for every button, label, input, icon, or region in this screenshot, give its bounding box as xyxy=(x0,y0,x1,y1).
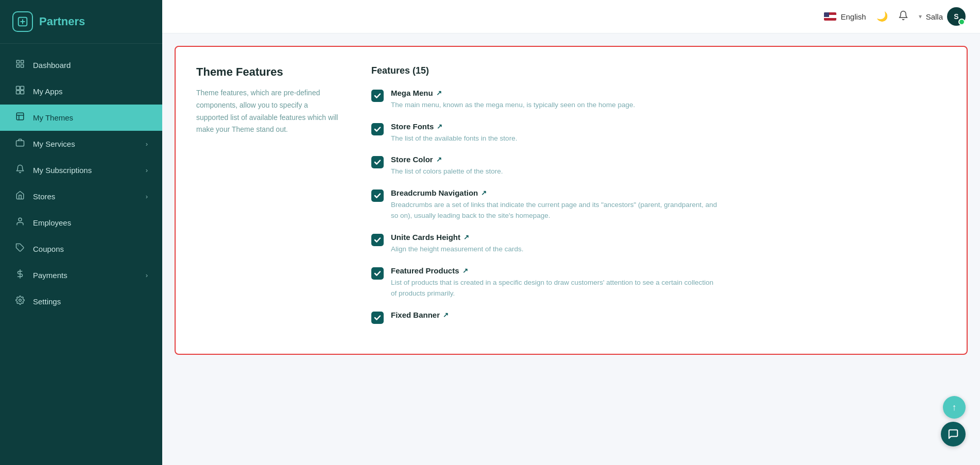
chevron-icon: › xyxy=(146,140,148,148)
section-title: Theme Features xyxy=(196,65,340,79)
feature-item-breadcrumb: Breadcrumb Navigation ↗ Breadcrumbs are … xyxy=(371,188,946,221)
feature-checkbox[interactable] xyxy=(371,156,384,168)
sidebar-item-payments[interactable]: Payments › xyxy=(0,262,162,288)
sidebar-item-label: Payments xyxy=(33,271,67,280)
feature-checkbox[interactable] xyxy=(371,190,384,202)
avatar: S xyxy=(947,7,966,26)
sidebar-item-label: Settings xyxy=(33,297,61,306)
sidebar-item-label: Employees xyxy=(33,218,71,227)
external-link-icon[interactable]: ↗ xyxy=(463,233,469,241)
feature-text: Mega Menu ↗ The main menu, known as the … xyxy=(391,89,635,111)
svg-rect-3 xyxy=(21,65,24,67)
feature-description: Breadcrumbs are a set of links that indi… xyxy=(391,199,720,221)
logo-icon xyxy=(12,11,33,32)
scroll-to-top-button[interactable]: ↑ xyxy=(943,396,966,419)
chat-button[interactable] xyxy=(941,422,966,446)
svg-rect-8 xyxy=(21,91,24,94)
feature-description: The main menu, known as the mega menu, i… xyxy=(391,99,635,111)
feature-text: Breadcrumb Navigation ↗ Breadcrumbs are … xyxy=(391,188,720,221)
svg-rect-10 xyxy=(16,141,24,146)
stores-icon xyxy=(14,191,26,202)
feature-description: Align the height measurement of the card… xyxy=(391,244,523,255)
language-label: English xyxy=(840,12,866,21)
sidebar-item-label: My Apps xyxy=(33,87,63,96)
sidebar-item-my-themes[interactable]: My Themes xyxy=(0,105,162,131)
feature-checkbox[interactable] xyxy=(371,234,384,246)
feature-name: Store Color ↗ xyxy=(391,155,503,164)
svg-rect-5 xyxy=(16,87,20,90)
user-name: Salla xyxy=(926,12,943,21)
external-link-icon[interactable]: ↗ xyxy=(437,123,442,130)
payments-icon xyxy=(14,269,26,281)
section-description: Theme features, which are pre-defined co… xyxy=(196,87,340,136)
sidebar-item-dashboard[interactable]: Dashboard xyxy=(0,52,162,78)
feature-checkbox[interactable] xyxy=(371,267,384,280)
content-area: Theme Features Theme features, which are… xyxy=(162,33,980,465)
feature-item-store-fonts: Store Fonts ↗ The list of the available … xyxy=(371,122,946,144)
user-menu[interactable]: ▾ Salla S xyxy=(919,7,966,26)
my-apps-icon xyxy=(14,85,26,97)
feature-name: Store Fonts ↗ xyxy=(391,122,517,131)
settings-icon xyxy=(14,296,26,307)
svg-rect-2 xyxy=(21,60,24,63)
sidebar-item-my-apps[interactable]: My Apps xyxy=(0,78,162,105)
app-name: Partners xyxy=(39,15,85,28)
feature-name: Fixed Banner ↗ xyxy=(391,311,449,319)
feature-text: Store Color ↗ The list of colors palette… xyxy=(391,155,503,177)
feature-name: Featured Products ↗ xyxy=(391,266,720,275)
feature-checkbox[interactable] xyxy=(371,312,384,324)
external-link-icon[interactable]: ↗ xyxy=(443,311,449,319)
sidebar-item-label: My Themes xyxy=(33,113,73,122)
sidebar-item-label: Coupons xyxy=(33,245,64,253)
sidebar-item-settings[interactable]: Settings xyxy=(0,288,162,315)
feature-checkbox[interactable] xyxy=(371,123,384,135)
my-services-icon xyxy=(14,138,26,150)
sidebar-logo: Partners xyxy=(0,0,162,44)
features-count-title: Features (15) xyxy=(371,65,946,76)
sidebar-item-label: Dashboard xyxy=(33,61,71,70)
external-link-icon[interactable]: ↗ xyxy=(436,89,442,97)
external-link-icon[interactable]: ↗ xyxy=(481,189,487,197)
sidebar-nav: Dashboard My Apps My Themes My Services … xyxy=(0,44,162,465)
svg-point-14 xyxy=(19,299,22,302)
sidebar-item-employees[interactable]: Employees xyxy=(0,210,162,236)
external-link-icon[interactable]: ↗ xyxy=(436,156,442,163)
svg-rect-1 xyxy=(16,60,19,63)
chevron-icon: › xyxy=(146,193,148,200)
main-area: English 🌙 ▾ Salla S Theme Features Theme… xyxy=(162,0,980,465)
notification-icon[interactable] xyxy=(898,10,908,23)
right-panel: Features (15) Mega Menu ↗ The main menu,… xyxy=(371,65,946,335)
feature-description: List of products that is created in a sp… xyxy=(391,277,720,299)
svg-rect-7 xyxy=(16,91,20,94)
svg-rect-9 xyxy=(16,113,24,120)
dashboard-icon xyxy=(14,59,26,71)
feature-text: Unite Cards Height ↗ Align the height me… xyxy=(391,233,523,255)
header: English 🌙 ▾ Salla S xyxy=(162,0,980,33)
sidebar-item-label: My Services xyxy=(33,140,75,148)
flag-icon xyxy=(824,12,836,21)
sidebar-item-stores[interactable]: Stores › xyxy=(0,183,162,210)
svg-rect-6 xyxy=(21,87,24,90)
feature-name: Unite Cards Height ↗ xyxy=(391,233,523,242)
feature-description: The list of colors palette of the store. xyxy=(391,166,503,177)
sidebar-item-coupons[interactable]: Coupons xyxy=(0,236,162,262)
feature-item-fixed-banner: Fixed Banner ↗ xyxy=(371,311,946,324)
theme-features-card: Theme Features Theme features, which are… xyxy=(175,46,968,355)
chevron-icon: › xyxy=(146,166,148,174)
svg-rect-4 xyxy=(16,65,19,67)
language-selector[interactable]: English xyxy=(824,12,866,21)
chevron-icon: › xyxy=(146,271,148,279)
feature-checkbox[interactable] xyxy=(371,90,384,102)
sidebar-item-label: Stores xyxy=(33,192,55,201)
feature-item-mega-menu: Mega Menu ↗ The main menu, known as the … xyxy=(371,89,946,111)
sidebar-item-my-subscriptions[interactable]: My Subscriptions › xyxy=(0,157,162,183)
sidebar-item-my-services[interactable]: My Services › xyxy=(0,131,162,157)
external-link-icon[interactable]: ↗ xyxy=(462,267,468,274)
my-subscriptions-icon xyxy=(14,164,26,176)
feature-name: Breadcrumb Navigation ↗ xyxy=(391,188,720,197)
feature-text: Fixed Banner ↗ xyxy=(391,311,449,321)
dark-mode-icon[interactable]: 🌙 xyxy=(876,11,888,22)
feature-description: The list of the available fonts in the s… xyxy=(391,133,517,144)
feature-name: Mega Menu ↗ xyxy=(391,89,635,97)
chevron-down-icon: ▾ xyxy=(919,13,922,20)
